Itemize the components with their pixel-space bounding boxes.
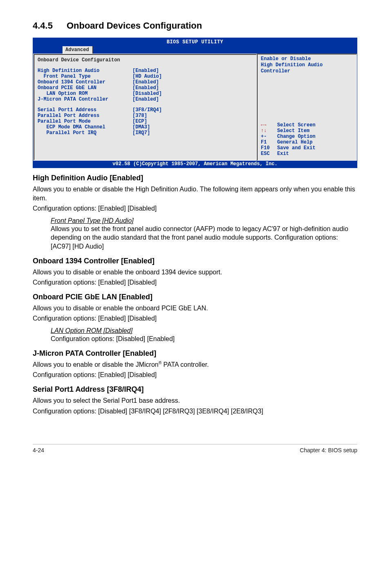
heading-1394: Onboard 1394 Controller [Enabled]: [33, 257, 357, 265]
bios-help-text: Enable or Disable High Definition Audio …: [261, 56, 353, 74]
paragraph: Configuration options: [Enabled] [Disabl…: [33, 314, 357, 323]
paragraph: Allows you to set the front panel audio …: [51, 224, 357, 251]
paragraph: Configuration options: [Enabled] [Disabl…: [33, 204, 357, 213]
bios-nav-legend: ←→ Select Screen ↑↓ Select Item +- Chang…: [261, 122, 353, 157]
bios-label: Parallel Port Mode: [38, 119, 132, 124]
bios-copyright: v02.58 (C)Copyright 1985-2007, American …: [33, 161, 357, 168]
bios-label: ECP Mode DMA Channel: [38, 124, 132, 130]
bios-nav-row: F10 Save and Exit: [261, 145, 353, 151]
bios-nav-key: F10: [261, 145, 277, 151]
bios-help-line: Enable or Disable: [261, 56, 353, 62]
chapter-title: Chapter 4: BIOS setup: [300, 447, 357, 453]
bios-value: [HD Audio]: [132, 74, 162, 79]
bios-value: [IRQ7]: [132, 130, 150, 136]
bios-nav-text: Change Option: [277, 134, 316, 139]
bios-setting-row[interactable]: ECP Mode DMA Channel [DMA3]: [38, 124, 253, 130]
paragraph: Allows you to disable or enable the onbo…: [33, 268, 357, 277]
bios-nav-row: ↑↓ Select Item: [261, 128, 353, 134]
bios-nav-text: General Help: [277, 139, 312, 145]
heading-pcie: Onboard PCIE GbE LAN [Enabled]: [33, 293, 357, 301]
bios-utility-title: BIOS SETUP UTILITY: [33, 38, 357, 45]
bios-setting-row[interactable]: J-Micron PATA Controller [Enabled]: [38, 97, 253, 102]
bios-header: BIOS SETUP UTILITY Advanced: [33, 38, 357, 54]
bios-value: [Disabled]: [132, 91, 162, 97]
bios-label: Parallel Port IRQ: [38, 130, 132, 136]
heading-serial-port: Serial Port1 Address [3F8/IRQ4]: [33, 385, 357, 394]
bios-nav-text: Select Item: [277, 128, 309, 134]
registered-symbol: ®: [159, 361, 161, 365]
bios-nav-row: ←→ Select Screen: [261, 122, 353, 128]
page-number: 4-24: [33, 447, 44, 453]
arrow-left-right-icon: ←→: [261, 122, 277, 128]
bios-value: [ECP]: [132, 119, 147, 124]
paragraph: Configuration options: [Disabled] [Enabl…: [51, 334, 357, 343]
bios-setting-row[interactable]: Serial Port1 Address [3F8/IRQ4]: [38, 107, 253, 113]
paragraph: Allows you to enable or disable the JMic…: [33, 360, 357, 369]
bios-nav-row: ESC Exit: [261, 151, 353, 157]
subheading-front-panel: Front Panel Type [HD Audio]: [51, 217, 357, 224]
bios-setting-row[interactable]: High Definition Audio [Enabled]: [38, 68, 253, 74]
bios-setting-row[interactable]: LAN Option ROM [Disabled]: [38, 91, 253, 97]
bios-label: Onboard 1394 Controller: [38, 79, 132, 85]
bios-setting-row[interactable]: Onboard PCIE GbE LAN [Enabled]: [38, 85, 253, 91]
bios-nav-text: Exit: [277, 151, 289, 157]
bios-nav-text: Save and Exit: [277, 145, 316, 151]
bios-setting-row[interactable]: Parallel Port Address [378]: [38, 113, 253, 119]
subheading-lan-option-rom: LAN Option ROM [Disabled]: [51, 327, 357, 334]
bios-value: [3F8/IRQ4]: [132, 107, 162, 113]
bios-screenshot: BIOS SETUP UTILITY Advanced Onboard Devi…: [33, 38, 357, 168]
bios-left-panel: Onboard Device Configuraiton High Defini…: [33, 54, 257, 161]
bios-label: Front Panel Type: [38, 74, 132, 79]
bios-label: LAN Option ROM: [38, 91, 132, 97]
bios-panel-title: Onboard Device Configuraiton: [38, 56, 253, 68]
paragraph: Configuration options: [Enabled] [Disabl…: [33, 370, 357, 379]
bios-value: [Enabled]: [132, 97, 159, 102]
bios-help-line: High Definition Audio: [261, 62, 353, 68]
bios-tab-advanced[interactable]: Advanced: [63, 46, 92, 54]
bios-value: [Enabled]: [132, 85, 159, 91]
bios-label: J-Micron PATA Controller: [38, 97, 132, 102]
bios-value: [Enabled]: [132, 79, 159, 85]
text-span: PATA controller.: [161, 361, 209, 368]
bios-label: High Definition Audio: [38, 68, 132, 74]
bios-value: [DMA3]: [132, 124, 150, 130]
bios-nav-row: +- Change Option: [261, 134, 353, 139]
paragraph: Configuration options: [Disabled] [3F8/I…: [33, 407, 357, 416]
bios-setting-row[interactable]: Parallel Port IRQ [IRQ7]: [38, 130, 253, 136]
paragraph: Allows you to enable or disable the High…: [33, 185, 357, 202]
arrow-up-down-icon: ↑↓: [261, 128, 277, 134]
bios-right-panel: Enable or Disable High Definition Audio …: [257, 54, 357, 161]
bios-setting-row[interactable]: Front Panel Type [HD Audio]: [38, 74, 253, 79]
bios-setting-row[interactable]: Onboard 1394 Controller [Enabled]: [38, 79, 253, 85]
heading-jmicron: J-Micron PATA Controller [Enabled]: [33, 349, 357, 358]
bios-help-line: Controller: [261, 68, 353, 74]
bios-nav-key: ESC: [261, 151, 277, 157]
text-span: Allows you to enable or disable the JMic…: [33, 361, 159, 368]
section-number: 4.4.5: [33, 20, 53, 31]
bios-label: Onboard PCIE GbE LAN: [38, 85, 132, 91]
bios-nav-key: F1: [261, 139, 277, 145]
heading-hd-audio: High Definition Audio [Enabled]: [33, 174, 357, 182]
bios-nav-text: Select Screen: [277, 122, 316, 128]
paragraph: Allows you to disable or enable the onbo…: [33, 304, 357, 313]
bios-value: [Enabled]: [132, 68, 159, 74]
bios-label: Parallel Port Address: [38, 113, 132, 119]
paragraph: Allows you to select the Serial Port1 ba…: [33, 396, 357, 405]
bios-label: Serial Port1 Address: [38, 107, 132, 113]
bios-nav-key: +-: [261, 134, 277, 139]
paragraph: Configuration options: [Enabled] [Disabl…: [33, 278, 357, 287]
section-title: Onboard Devices Configuration: [67, 20, 202, 31]
bios-nav-row: F1 General Help: [261, 139, 353, 145]
bios-setting-row[interactable]: Parallel Port Mode [ECP]: [38, 119, 253, 124]
bios-value: [378]: [132, 113, 147, 119]
